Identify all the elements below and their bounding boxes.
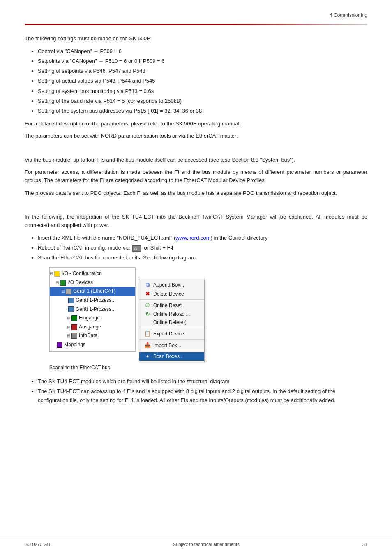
import-icon: 📥 — [144, 342, 151, 348]
top-rule — [25, 24, 367, 25]
bullet-reboot-text: Reboot of TwinCAT in config. mode via — [38, 245, 131, 251]
tree-node-io-devices: ⊟ I/O Devices — [50, 278, 135, 287]
devices-icon — [60, 280, 66, 286]
tree-label-io-devices: I/O Devices — [67, 278, 93, 287]
page: 4 Commissioning The following settings m… — [0, 0, 392, 555]
section3-intro: In the following, the integration of the… — [25, 213, 367, 229]
ctx-online-delete[interactable]: Online Delete ( — [139, 318, 204, 326]
online-reload-icon: ↻ — [144, 311, 151, 317]
ctx-online-reload[interactable]: ↻ Online Reload ... — [139, 310, 204, 318]
folder-icon — [54, 271, 60, 277]
bullet-scan: Scan the EtherCAT bus for connected unit… — [38, 253, 367, 262]
ctx-export-device[interactable]: 📋 Export Device. — [139, 329, 204, 338]
ctx-divider-2 — [139, 328, 204, 328]
ctx-divider-3 — [139, 339, 204, 340]
tree-node-ausgang: ⊞ Ausgänge — [50, 323, 135, 332]
eingang-icon — [71, 315, 77, 321]
delete-icon: ✖ — [144, 291, 151, 297]
tree-label-infodata: InfoData — [79, 331, 97, 340]
bullet-xml-before: Insert the XML file with the name "NORD_… — [38, 235, 175, 241]
ausgang-icon — [71, 324, 77, 330]
ctx-divider-1 — [139, 299, 204, 300]
tree-node-infodata: ⊞ InfoData — [50, 331, 135, 340]
bullet-found: The SK TU4-ECT modules which are found w… — [38, 377, 367, 386]
footer-left: BU 0270 GB — [25, 542, 50, 547]
ctx-online-reset-label: Online Reset — [153, 303, 182, 308]
bullet-xml: Insert the XML file with the name "NORD_… — [38, 234, 367, 243]
section3-bullets: Insert the XML file with the name "NORD_… — [38, 234, 367, 262]
ctx-scan-boxes[interactable]: ✦ Scan Boxes . — [139, 352, 204, 361]
ctx-import-label: Import Box... — [153, 342, 181, 348]
nord-link[interactable]: www.nord.com — [175, 235, 210, 241]
ctx-delete-label: Delete Device — [153, 291, 184, 297]
scan-icon: ✦ — [144, 354, 151, 359]
footer: BU 0270 GB Subject to technical amendmen… — [0, 539, 392, 547]
section1-para2: The parameters can be set with NORD para… — [25, 132, 367, 140]
footer-center: Subject to technical amendments — [173, 542, 240, 547]
diagram-caption: Scanning the EtherCAT bus — [49, 365, 110, 370]
bullet-access: The SK TU4-ECT can access up to 4 FIs an… — [38, 387, 367, 405]
bullet-xml-after: ) in the Control directory — [211, 235, 268, 241]
infodata-icon — [71, 333, 77, 339]
reboot-icon: ⚙ — [132, 245, 141, 252]
export-icon: 📋 — [144, 331, 151, 337]
section2-para3: The process data is sent to PDO objects.… — [25, 189, 367, 197]
process-icon-1 — [68, 298, 74, 303]
ctx-import-box[interactable]: 📥 Import Box... — [139, 341, 204, 349]
header: 4 Commissioning — [25, 12, 367, 20]
tree-label-prozess1: Gerät 1-Prozess... — [76, 296, 115, 305]
bullet-7: Setting of the system bus addresses via … — [38, 106, 367, 116]
ctx-append-label: Append Box... — [153, 282, 184, 288]
ctx-delete-device[interactable]: ✖ Delete Device — [139, 289, 204, 298]
bullet-5: Setting of system bus monitoring via P51… — [38, 87, 367, 96]
online-reset-icon: ® — [144, 302, 151, 308]
tree-node-mappings: Mappings — [50, 340, 135, 349]
bullet-6: Setting of the baud rate via P514 = 5 (c… — [38, 97, 367, 106]
tree-node-io-config: ⊟ I/O - Configuration — [50, 269, 135, 278]
tree-node-prozess2: Gerät 1-Prozess... — [50, 305, 135, 314]
section4-bullets: The SK TU4-ECT modules which are found w… — [38, 377, 367, 405]
tree-node-geraet1[interactable]: ⊟ ↔ Gerät 1 (EtherCAT) — [50, 287, 135, 296]
process-icon-2 — [68, 306, 74, 312]
append-icon: ⧉ — [144, 282, 151, 288]
footer-right: 31 — [362, 542, 367, 547]
ctx-online-reset[interactable]: ® Online Reset — [139, 301, 204, 310]
tree-label-mappings: Mappings — [64, 340, 85, 349]
tree-label-eingang: Eingänge — [79, 314, 100, 323]
ctx-divider-4 — [139, 351, 204, 351]
ctx-export-label: Export Device. — [153, 331, 185, 337]
bullet-4: Setting of actual values via P543, P544 … — [38, 76, 367, 86]
tree-view: ⊟ I/O - Configuration ⊟ I/O Devices ⊟ ↔ — [49, 267, 136, 351]
ctx-append-box[interactable]: ⧉ Append Box... — [139, 280, 204, 289]
bullet-2: Setpoints via "CANopen" → P510 = 6 or 0 … — [38, 57, 367, 66]
section2-para2: For parameter access, a differentiation … — [25, 168, 367, 185]
ethercat-icon: ↔ — [66, 289, 71, 294]
bullet-1: Control via "CANopen" → P509 = 6 — [38, 47, 367, 56]
section2-para1: Via the bus module, up to four FIs and t… — [25, 156, 367, 164]
section1-intro: The following settings must be made on t… — [25, 35, 367, 43]
tree-label-geraet1: Gerät 1 (EtherCAT) — [73, 287, 115, 296]
tree-label-prozess2: Gerät 1-Prozess... — [76, 305, 115, 314]
bullet-3: Setting of setpoints via P546, P547 and … — [38, 67, 367, 76]
tree-label-io-config: I/O - Configuration — [62, 269, 102, 278]
tree-node-eingang: ⊞ Eingänge — [50, 314, 135, 323]
ctx-scan-label: Scan Boxes . — [153, 354, 182, 359]
bullet-reboot-suffix: or Shift + F4 — [144, 245, 173, 251]
chapter-title: 4 Commissioning — [330, 12, 367, 18]
section1-bullets: Control via "CANopen" → P509 = 6 Setpoin… — [38, 47, 367, 116]
tree-node-prozess1: Gerät 1-Prozess... — [50, 296, 135, 305]
ctx-online-delete-label: Online Delete ( — [153, 319, 186, 325]
context-menu: ⧉ Append Box... ✖ Delete Device ® Online… — [139, 279, 205, 362]
section1-para1: For a detailed description of the parame… — [25, 120, 367, 128]
mappings-icon — [57, 342, 62, 348]
diagram-area: ⊟ I/O - Configuration ⊟ I/O Devices ⊟ ↔ — [49, 267, 367, 370]
ctx-online-reload-label: Online Reload ... — [153, 311, 190, 317]
bullet-reboot: Reboot of TwinCAT in config. mode via ⚙ … — [38, 243, 367, 252]
tree-label-ausgang: Ausgänge — [79, 323, 101, 332]
